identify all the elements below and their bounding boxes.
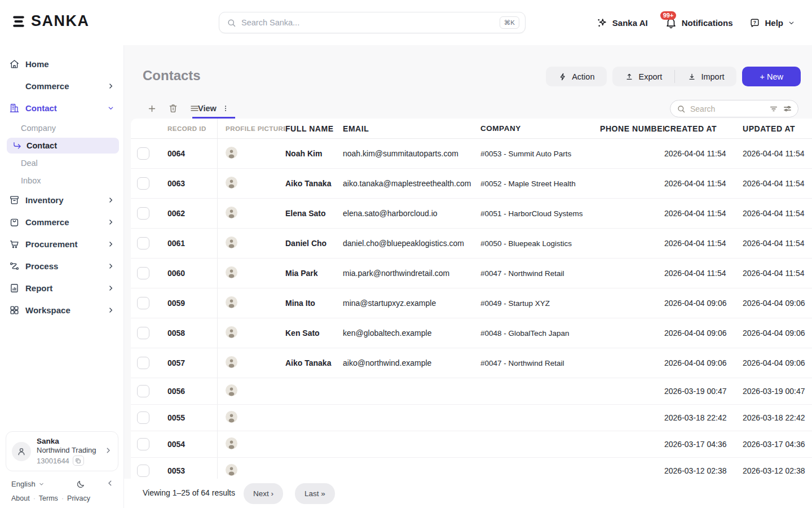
sidebar-item-inventory[interactable]: Inventory xyxy=(0,189,123,211)
sanka-logo-icon xyxy=(11,14,26,29)
row-checkbox[interactable] xyxy=(137,177,149,190)
table-row[interactable]: 0060Mia Parkmia.park@northwindretail.com… xyxy=(131,259,812,288)
row-checkbox[interactable] xyxy=(137,465,149,477)
row-checkbox[interactable] xyxy=(137,147,149,160)
cell-record-id[interactable]: 0055 xyxy=(158,405,218,431)
filter-icon[interactable] xyxy=(769,104,778,113)
cell-full-name[interactable]: Aiko Tanaka xyxy=(285,179,343,188)
cell-company: #0048 - GlobalTech Japan xyxy=(480,329,600,338)
row-checkbox[interactable] xyxy=(137,207,149,220)
cell-record-id[interactable]: 0058 xyxy=(158,318,218,348)
dark-mode-toggle[interactable] xyxy=(76,480,85,489)
cell-full-name[interactable]: Mina Ito xyxy=(285,299,343,308)
cell-full-name[interactable]: Elena Sato xyxy=(285,209,343,218)
workspace-card[interactable]: Sanka Northwind Trading 13001644 xyxy=(6,431,118,471)
cell-email: aiko@northwind.example xyxy=(343,358,480,367)
chevron-right-icon xyxy=(104,446,112,457)
privacy-link[interactable]: Privacy xyxy=(58,494,90,502)
table-row[interactable]: 00542026-03-17 04:362026-03-17 04:36 xyxy=(131,431,812,458)
sidebar-item-contact-sub[interactable]: Contact xyxy=(7,138,119,154)
sidebar-item-procurement[interactable]: Procurement xyxy=(0,233,123,255)
copy-icon[interactable] xyxy=(73,456,84,466)
cell-record-id[interactable]: 0060 xyxy=(158,259,218,288)
cell-record-id[interactable]: 0054 xyxy=(158,431,218,457)
sidebar-item-commerce[interactable]: Commerce xyxy=(0,211,123,233)
table-row[interactable]: 0064Noah Kimnoah.kim@summitautoparts.com… xyxy=(131,139,812,169)
search-icon xyxy=(227,18,236,28)
column-header-full-name[interactable]: FULL NAME xyxy=(285,124,343,133)
import-button[interactable]: Import xyxy=(675,67,736,86)
column-header-created-at[interactable]: CREATED AT xyxy=(664,124,743,133)
global-search-input[interactable] xyxy=(241,18,500,27)
cell-record-id[interactable]: 0063 xyxy=(158,169,218,198)
table-row[interactable]: 0061Daniel Chodaniel.cho@bluepeaklogisti… xyxy=(131,229,812,259)
row-checkbox[interactable] xyxy=(137,385,149,397)
row-checkbox[interactable] xyxy=(137,438,149,450)
table-row[interactable]: 0057Aiko Tanakaaiko@northwind.example#00… xyxy=(131,348,812,378)
help-label: Help xyxy=(765,18,783,28)
cell-full-name[interactable]: Mia Park xyxy=(285,269,343,278)
cell-record-id[interactable]: 0064 xyxy=(158,139,218,168)
cell-full-name[interactable]: Aiko Tanaka xyxy=(285,358,343,367)
cell-full-name[interactable]: Ken Sato xyxy=(285,329,343,338)
table-row[interactable]: 0058Ken Satoken@globaltech.example#0048 … xyxy=(131,318,812,348)
sidebar-item-contact[interactable]: Contact xyxy=(0,97,123,119)
row-checkbox[interactable] xyxy=(137,411,149,424)
column-header-record-id[interactable]: RECORD ID xyxy=(158,119,218,138)
sanka-ai-button[interactable]: Sanka AI xyxy=(596,17,648,29)
cell-record-id[interactable]: 0056 xyxy=(158,378,218,404)
new-button[interactable]: + New xyxy=(742,67,801,86)
tab-view[interactable]: View xyxy=(192,99,235,119)
cell-company: #0051 - HarborCloud Systems xyxy=(480,209,600,218)
export-button[interactable]: Export xyxy=(612,67,674,86)
row-checkbox[interactable] xyxy=(137,237,149,249)
sidebar-item-deal[interactable]: Deal xyxy=(0,154,123,172)
sidebar-item-inbox[interactable]: Inbox xyxy=(0,172,123,189)
last-page-button[interactable]: Last » xyxy=(295,483,335,504)
column-header-email[interactable]: EMAIL xyxy=(343,124,480,133)
table-row[interactable]: 0059Mina Itomina@startupxyz.example#0049… xyxy=(131,288,812,318)
column-header-updated-at[interactable]: UPDATED AT xyxy=(743,124,812,133)
notifications-button[interactable]: 99+ Notifications xyxy=(665,16,733,29)
cell-record-id[interactable]: 0062 xyxy=(158,199,218,228)
procurement-icon xyxy=(9,239,20,249)
table-row[interactable]: 00562026-03-19 00:472026-03-19 00:47 xyxy=(131,378,812,405)
next-page-button[interactable]: Next › xyxy=(244,483,283,504)
cell-record-id[interactable]: 0057 xyxy=(158,348,218,378)
terms-link[interactable]: Terms xyxy=(30,494,58,502)
column-header-profile-picture[interactable]: PROFILE PICTURE xyxy=(218,125,285,132)
add-view-button[interactable] xyxy=(144,101,159,116)
delete-button[interactable] xyxy=(166,101,180,116)
global-search[interactable]: ⌘K xyxy=(219,12,526,33)
cell-record-id[interactable]: 0059 xyxy=(158,288,218,318)
kebab-menu-icon[interactable] xyxy=(222,104,230,112)
collapse-sidebar-button[interactable] xyxy=(106,479,114,489)
row-checkbox[interactable] xyxy=(137,297,149,309)
action-button[interactable]: Action xyxy=(546,67,607,86)
row-checkbox[interactable] xyxy=(137,267,149,279)
sidebar-item-workspace[interactable]: Workspace xyxy=(0,299,123,321)
row-checkbox[interactable] xyxy=(137,327,149,339)
sidebar-item-report[interactable]: Report xyxy=(0,277,123,299)
help-button[interactable]: ? Help xyxy=(749,17,795,28)
sidebar-item-company[interactable]: Company xyxy=(0,119,123,137)
sidebar-item-process[interactable]: Process xyxy=(0,255,123,277)
table-search-input[interactable] xyxy=(690,104,769,113)
sidebar-item-commerce-top[interactable]: Commerce xyxy=(0,75,123,97)
column-header-phone-number[interactable]: PHONE NUMBER xyxy=(600,124,664,133)
row-checkbox[interactable] xyxy=(137,357,149,369)
sidebar-item-home[interactable]: Home xyxy=(0,53,123,75)
cell-company: #0053 - Summit Auto Parts xyxy=(480,150,600,158)
about-link[interactable]: About xyxy=(11,494,30,502)
cell-full-name[interactable]: Daniel Cho xyxy=(285,239,343,248)
sanka-logo[interactable]: SANKA xyxy=(11,12,90,30)
table-row[interactable]: 00552026-03-18 22:422026-03-18 22:42 xyxy=(131,405,812,431)
settings-sliders-icon[interactable] xyxy=(783,104,792,113)
table-row[interactable]: 0062Elena Satoelena.sato@harborcloud.io#… xyxy=(131,199,812,229)
table-search[interactable] xyxy=(670,100,798,117)
language-selector[interactable]: English xyxy=(11,480,45,488)
cell-record-id[interactable]: 0061 xyxy=(158,229,218,258)
table-row[interactable]: 0063Aiko Tanakaaiko.tanaka@maplestreethe… xyxy=(131,169,812,199)
cell-full-name[interactable]: Noah Kim xyxy=(285,149,343,158)
column-header-company[interactable]: COMPANY xyxy=(480,124,600,133)
